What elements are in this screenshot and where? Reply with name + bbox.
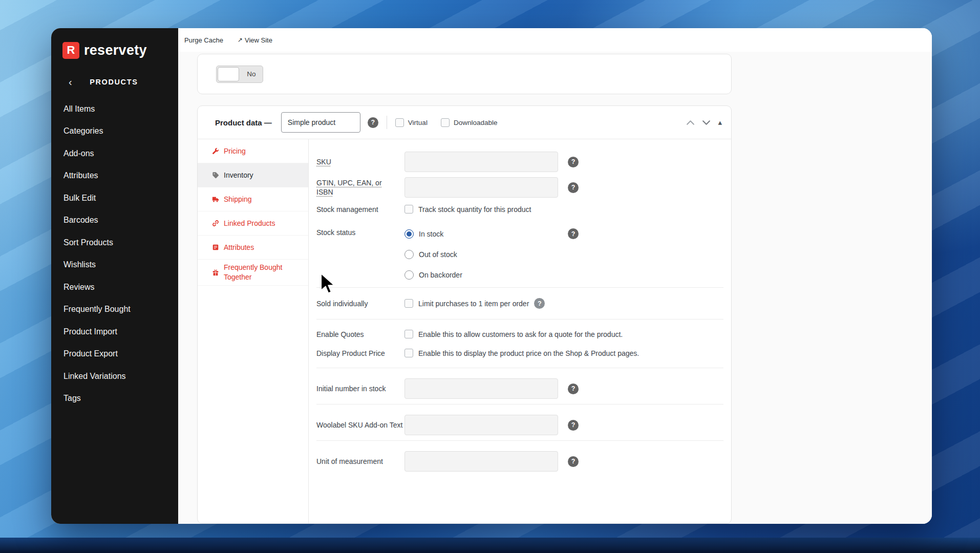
- divider: [316, 440, 723, 441]
- product-data-body: Pricing Inventory Shipping Linked P: [198, 139, 731, 523]
- tab-frequently-bought-together[interactable]: Frequently Bought Together: [198, 260, 308, 286]
- display-price-text: Enable this to display the product price…: [418, 349, 639, 357]
- display-price-checkbox[interactable]: [404, 349, 413, 357]
- sidebar-item-product-export[interactable]: Product Export: [51, 343, 178, 366]
- woolabel-input[interactable]: [404, 415, 558, 435]
- chevron-up-icon[interactable]: [686, 119, 695, 126]
- enable-quotes-label: Enable Quotes: [316, 330, 404, 338]
- toggle-knob: [218, 67, 239, 81]
- sidebar-item-all-items[interactable]: All Items: [51, 98, 178, 120]
- sidebar-menu: All Items Categories Add-ons Attributes …: [51, 98, 178, 410]
- stock-status-in-stock-row: In stock: [404, 224, 462, 244]
- stock-status-help-icon[interactable]: ?: [568, 228, 579, 239]
- list-icon: [212, 244, 219, 251]
- unit-input[interactable]: [404, 451, 558, 472]
- tab-inventory-label: Inventory: [224, 171, 253, 179]
- sidebar: R reservety ‹ PRODUCTS All Items Categor…: [51, 28, 178, 524]
- main-content: Purge Cache ↗ View Site No Product data …: [178, 28, 932, 524]
- sidebar-item-sort-products[interactable]: Sort Products: [51, 231, 178, 254]
- sidebar-item-frequently-bought[interactable]: Frequently Bought: [51, 299, 178, 321]
- stock-status-row: Stock status In stock Out of stock: [316, 224, 579, 285]
- sidebar-item-categories[interactable]: Categories: [51, 120, 178, 143]
- tab-pricing[interactable]: Pricing: [198, 139, 308, 163]
- stock-management-label: Stock management: [316, 205, 404, 214]
- enable-quotes-text: Enable this to allow customers to ask fo…: [418, 330, 623, 338]
- enable-quotes-checkbox[interactable]: [404, 330, 413, 338]
- enable-quotes-row: Enable Quotes Enable this to allow custo…: [316, 330, 732, 338]
- tab-inventory[interactable]: Inventory: [198, 163, 308, 187]
- track-stock-label: Track stock quantity for this product: [418, 205, 531, 214]
- external-link-icon: ↗: [238, 36, 243, 44]
- sold-individually-help-icon[interactable]: ?: [534, 298, 545, 309]
- divider: [316, 287, 723, 288]
- downloadable-checkbox[interactable]: [441, 118, 450, 127]
- admin-topbar: Purge Cache ↗ View Site: [178, 28, 932, 52]
- desktop-dock-strip: [0, 538, 980, 553]
- virtual-checkbox[interactable]: [395, 118, 404, 127]
- sold-individually-label: Sold individually: [316, 300, 404, 308]
- view-site-label: View Site: [245, 36, 272, 44]
- sidebar-item-reviews[interactable]: Reviews: [51, 276, 178, 299]
- product-data-panel: Product data — Simple product ? Virtual …: [197, 105, 732, 524]
- chevron-down-icon[interactable]: [702, 119, 711, 126]
- sidebar-item-barcodes[interactable]: Barcodes: [51, 209, 178, 232]
- sku-input[interactable]: [404, 152, 558, 172]
- sku-help-icon[interactable]: ?: [568, 157, 579, 167]
- help-icon[interactable]: ?: [368, 117, 378, 128]
- initial-stock-label: Initial number in stock: [316, 385, 404, 393]
- sold-individually-text: Limit purchases to 1 item per order: [418, 300, 529, 308]
- out-of-stock-radio[interactable]: [404, 250, 414, 259]
- toggle-switch[interactable]: No: [216, 66, 263, 83]
- virtual-checkbox-row: Virtual: [395, 118, 428, 127]
- gtin-input[interactable]: [404, 177, 558, 198]
- purge-cache-link[interactable]: Purge Cache: [184, 36, 223, 44]
- sidebar-item-bulk-edit[interactable]: Bulk Edit: [51, 187, 178, 209]
- product-type-select[interactable]: Simple product: [281, 112, 360, 133]
- tab-shipping[interactable]: Shipping: [198, 187, 308, 211]
- sidebar-item-add-ons[interactable]: Add-ons: [51, 142, 178, 165]
- brand-logo[interactable]: R reservety: [51, 39, 178, 61]
- sidebar-item-tags[interactable]: Tags: [51, 388, 178, 410]
- tab-linked-products[interactable]: Linked Products: [198, 211, 308, 236]
- in-stock-radio[interactable]: [404, 229, 414, 239]
- sold-individually-checkbox[interactable]: [404, 299, 413, 308]
- divider: [387, 116, 387, 129]
- sidebar-item-product-import[interactable]: Product Import: [51, 321, 178, 343]
- sku-label: SKU: [316, 158, 331, 166]
- collapse-panel-icon[interactable]: ▴: [718, 118, 722, 127]
- truck-icon: [212, 196, 219, 203]
- out-of-stock-label: Out of stock: [419, 250, 457, 259]
- gtin-help-icon[interactable]: ?: [568, 182, 579, 193]
- stock-status-options: In stock Out of stock On backorder: [404, 224, 462, 285]
- sku-row: SKU ?: [316, 152, 579, 172]
- on-backorder-radio[interactable]: [404, 270, 414, 280]
- stock-status-out-of-stock-row: Out of stock: [404, 244, 462, 265]
- woolabel-help-icon[interactable]: ?: [568, 420, 579, 431]
- reservety-logo-icon: R: [62, 42, 79, 59]
- sidebar-item-wishlists[interactable]: Wishlists: [51, 254, 178, 276]
- sidebar-item-attributes[interactable]: Attributes: [51, 165, 178, 187]
- unit-row: Unit of measurement ?: [316, 451, 579, 472]
- display-price-row: Display Product Price Enable this to dis…: [316, 349, 732, 357]
- initial-stock-help-icon[interactable]: ?: [568, 384, 579, 394]
- gtin-label: GTIN, UPC, EAN, or ISBN: [316, 179, 382, 196]
- sidebar-item-linked-variations[interactable]: Linked Variations: [51, 365, 178, 388]
- chevron-left-icon[interactable]: ‹: [69, 77, 72, 87]
- tag-icon: [212, 172, 219, 179]
- unit-label: Unit of measurement: [316, 457, 404, 465]
- unit-help-icon[interactable]: ?: [568, 456, 579, 467]
- initial-stock-input[interactable]: [404, 378, 558, 399]
- app-window: R reservety ‹ PRODUCTS All Items Categor…: [51, 28, 932, 524]
- view-site-link[interactable]: ↗ View Site: [238, 36, 272, 44]
- stock-status-on-backorder-row: On backorder: [404, 265, 462, 285]
- divider: [316, 404, 723, 405]
- panel-title: Product data —: [215, 118, 272, 127]
- woolabel-row: Woolabel SKU Add-on Text ?: [316, 415, 579, 435]
- on-backorder-label: On backorder: [419, 271, 462, 279]
- gtin-row: GTIN, UPC, EAN, or ISBN ?: [316, 177, 579, 198]
- track-stock-checkbox[interactable]: [404, 205, 413, 214]
- toggle-label: No: [240, 70, 263, 78]
- tab-attributes[interactable]: Attributes: [198, 236, 308, 260]
- setting-card: No: [197, 54, 732, 94]
- sidebar-section-header: ‹ PRODUCTS: [51, 73, 178, 91]
